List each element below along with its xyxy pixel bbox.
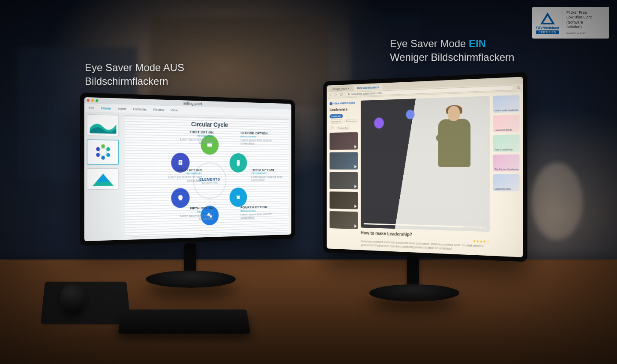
monitor-left-screen: selling.point File Home Insert Formulas … (84, 97, 291, 241)
mousepad (40, 282, 131, 325)
opt2-label: SECOND OPTIONINFOGRAPHICLorem ipsum dolo… (240, 131, 282, 146)
filter-intelligence[interactable]: Intelligence (329, 119, 343, 124)
ppt-menu-home[interactable]: Home (101, 106, 111, 110)
caption-left: Eye Saver Mode AUS Bildschirmflackern (85, 61, 184, 89)
slide-title: Circular Cycle (124, 119, 289, 129)
filter-leadership[interactable]: Leadership (329, 114, 343, 118)
tuv-lines: Flicker Free Low Blue Light (Software So… (566, 10, 606, 30)
ppt-slide: Circular Cycle ELEMENTS INFOGRAPHIC (124, 115, 289, 237)
opt6-label: SIXTH OPTIONINFOGRAPHICLorem ipsum dolor… (158, 168, 202, 183)
tuv-certified: CERTIFIED (536, 30, 559, 34)
back-icon[interactable] (329, 93, 332, 97)
monitor-right-stand-base (369, 284, 459, 301)
tuv-brand: TÜVRheinland (536, 26, 559, 30)
monitor-left: SAMSUNG selling.point File Home Insert F… (80, 92, 295, 246)
reco-card-1[interactable]: How to make Leadership (493, 95, 520, 113)
forward-icon[interactable] (334, 93, 338, 97)
monitor-right: SAMSUNG design_cycle × idea warehouse × … (323, 72, 527, 262)
node-2 (230, 153, 247, 173)
reload-icon[interactable] (340, 92, 343, 96)
window-traffic-lights (87, 98, 100, 103)
svg-point-4 (101, 156, 105, 160)
filter-it[interactable]: IT (329, 126, 335, 130)
opt5-label: FIFTH OPTIONINFOGRAPHICLorem ipsum dolor… (170, 206, 214, 221)
svg-point-5 (96, 153, 100, 157)
svg-point-14 (517, 87, 519, 89)
video-thumb-3[interactable] (329, 172, 358, 189)
video-thumb-2[interactable] (329, 152, 358, 170)
caption-left-line2: Bildschirmflackern (85, 75, 168, 87)
svg-rect-10 (237, 160, 240, 166)
bg-lamp-glow (531, 163, 583, 240)
site-logo[interactable]: idea warehouse (329, 101, 358, 105)
browser-tab-1[interactable]: design_cycle × (329, 86, 353, 92)
filter-partnership[interactable]: Partnership (336, 126, 350, 130)
ppt-menu-file[interactable]: File (89, 106, 94, 110)
filter-row-1: Leadership Intelligence Philosophy (329, 113, 358, 124)
section-heading: Conference (329, 107, 358, 112)
video-timeline[interactable] (364, 223, 486, 228)
ppt-menu-review[interactable]: Review (153, 107, 164, 112)
hub-top: ELEMENTS (199, 177, 220, 182)
monitor-left-stand-neck (184, 243, 196, 273)
ppt-thumb-2[interactable] (87, 140, 119, 165)
caption-right-line1-pre: Eye Saver Mode (390, 38, 469, 49)
ppt-menu-insert[interactable]: Insert (117, 106, 126, 110)
ppt-menu-view[interactable]: View (171, 108, 177, 112)
opt3-label: THIRD OPTIONINFOGRAPHICLorem ipsum dolor… (251, 168, 289, 182)
tuv-text: Flicker Free Low Blue Light (Software So… (563, 7, 609, 39)
video-speaker (436, 105, 472, 180)
monitor-right-stand-neck (407, 256, 419, 286)
page-main-col: 42:17 How to make Leadership? ★★★★☆ Nowa… (361, 96, 490, 252)
reco-card-3[interactable]: Path to Leadership (493, 134, 520, 152)
filter-row-2: IT Partnership (329, 125, 358, 130)
hub-bottom: INFOGRAPHIC (201, 182, 218, 184)
reco-card-2[interactable]: Leadership Basics (493, 115, 520, 132)
reco-card-5[interactable]: Leadership Skills (493, 174, 520, 191)
svg-point-6 (96, 147, 100, 151)
monitor-right-screen: design_cycle × idea warehouse × www.idea… (327, 77, 523, 257)
caption-left-line1: Eye Saver Mode AUS (85, 62, 184, 73)
url-text: www.idea-warehouse.com/ (351, 92, 382, 96)
page-right-col: How to make Leadership Leadership Basics… (493, 95, 520, 254)
tuv-triangle-icon (540, 12, 555, 24)
search-icon[interactable] (516, 86, 520, 90)
webpage: idea warehouse Conference Leadership Int… (327, 91, 523, 257)
svg-point-1 (101, 144, 105, 148)
video-thumb-5[interactable] (329, 211, 358, 229)
tuv-badge: TÜVRheinland CERTIFIED Flicker Free Low … (532, 7, 609, 39)
lock-icon (347, 93, 350, 96)
product-scene: SAMSUNG selling.point File Home Insert F… (0, 0, 617, 364)
video-thumb-4[interactable] (329, 191, 358, 209)
ppt-thumbnails (84, 111, 122, 241)
ppt-window-title: selling.point (183, 101, 202, 106)
tuv-site: www.tuv.com (566, 31, 606, 36)
ppt-menu-formulas[interactable]: Formulas (133, 107, 147, 111)
svg-point-2 (106, 147, 110, 151)
keyboard (118, 310, 251, 334)
video-player[interactable]: 42:17 (361, 96, 490, 232)
tuv-logo: TÜVRheinland CERTIFIED (532, 7, 563, 39)
caption-right: Eye Saver Mode EIN Weniger Bildschirmfla… (390, 37, 514, 65)
browser-window: design_cycle × idea warehouse × www.idea… (327, 77, 523, 257)
reco-card-4[interactable]: The Future of Leadership (493, 155, 520, 172)
node-3 (230, 188, 247, 207)
ppt-thumb-1[interactable] (87, 114, 119, 137)
node-5 (171, 188, 189, 208)
opt1-label: FIRST OPTIONINFOGRAPHICLorem ipsum dolor… (170, 130, 214, 145)
opt4-label: FOURTH OPTIONINFOGRAPHICLorem ipsum dolo… (240, 205, 282, 220)
caption-right-line2: Weniger Bildschirmflackern (390, 51, 514, 63)
filter-philosophy[interactable]: Philosophy (344, 119, 357, 123)
page-left-col: idea warehouse Conference Leadership Int… (329, 101, 358, 247)
video-thumb-1[interactable] (329, 132, 358, 150)
presentation-app: selling.point File Home Insert Formulas … (84, 97, 291, 241)
video-meta: How to make Leadership? ★★★★☆ Nowadays, … (361, 230, 490, 252)
caption-right-line1-ein: EIN (469, 38, 486, 49)
monitor-left-stand-base (146, 271, 236, 288)
mouse (60, 283, 87, 313)
ppt-thumb-3[interactable] (87, 168, 119, 190)
svg-point-3 (106, 153, 110, 157)
svg-line-15 (519, 88, 520, 89)
svg-point-0 (99, 148, 107, 156)
svg-marker-8 (96, 173, 110, 182)
